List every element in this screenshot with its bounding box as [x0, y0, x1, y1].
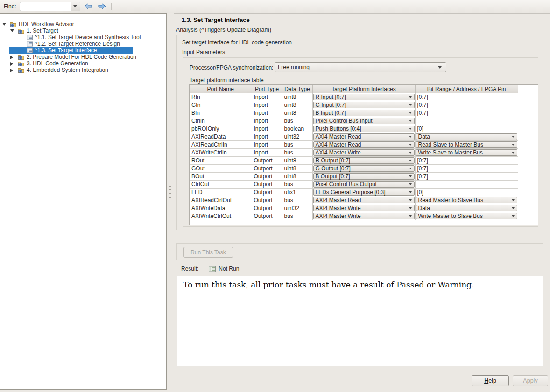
chevron-down-icon — [438, 66, 442, 69]
interface-dropdown[interactable]: AXI4 Master Write — [313, 213, 415, 219]
find-previous-button[interactable] — [83, 2, 94, 11]
data-type-cell: bus — [282, 196, 312, 204]
workflow-tree-panel: HDL Workflow Advisor 1. Set Target ^1.1.… — [0, 13, 167, 390]
tree-item[interactable]: HDL Workflow Advisor — [0, 21, 166, 28]
interface-dropdown[interactable]: Pixel Control Bus Input — [313, 118, 415, 124]
tree-item[interactable]: ^1.1. Set Target Device and Synthesis To… — [0, 34, 166, 41]
advisor-folder-icon — [18, 61, 24, 67]
port-name-cell: CtrlOut — [190, 181, 252, 189]
data-type-cell: boolean — [282, 125, 312, 133]
table-row: AXIReadCtrlOutOutportbusAXI4 Master Read… — [190, 196, 518, 204]
find-dropdown-button[interactable] — [71, 2, 80, 11]
tree-item-label: ^1.3. Set Target Interface — [35, 47, 97, 54]
port-type-cell: Outport — [252, 173, 282, 181]
table-body: RInInportuint8R Input [0:7][0:7]GInInpor… — [190, 93, 518, 220]
table-header-cell: Data Type — [282, 85, 312, 93]
interface-table: Port NamePort TypeData TypeTarget Platfo… — [190, 85, 518, 220]
port-name-cell: CtrlIn — [190, 117, 252, 125]
bit-range-dropdown[interactable]: Write Slave to Master Bus — [416, 149, 517, 156]
tree-expander-icon[interactable] — [2, 23, 6, 26]
chevron-down-icon — [512, 144, 515, 146]
tree-expander-icon[interactable] — [10, 62, 13, 66]
interface-dropdown[interactable]: R Output [0:7] — [313, 157, 415, 164]
data-type-cell: bus — [282, 149, 312, 157]
advisor-folder-icon — [18, 67, 24, 73]
table-header-row: Port NamePort TypeData TypeTarget Platfo… — [190, 85, 518, 93]
interface-dropdown[interactable]: B Input [0:7] — [313, 110, 415, 116]
sync-dropdown[interactable]: Free running — [275, 62, 446, 72]
task-icon — [27, 48, 33, 53]
bit-range-dropdown[interactable]: Read Master to Slave Bus — [416, 197, 517, 203]
find-combobox[interactable] — [20, 2, 80, 11]
port-type-cell: Inport — [252, 141, 282, 149]
interface-dropdown[interactable]: AXI4 Master Read — [313, 197, 415, 203]
task-icon — [27, 35, 33, 40]
interface-dropdown[interactable]: Push Buttons [0:4] — [313, 126, 415, 132]
chevron-down-icon — [512, 199, 515, 201]
interface-dropdown[interactable]: G Input [0:7] — [313, 102, 415, 108]
panel-splitter[interactable] — [167, 13, 174, 392]
interface-dropdown[interactable]: LEDs General Purpose [0:3] — [313, 189, 415, 196]
interface-dropdown[interactable]: AXI4 Master Write — [313, 149, 415, 156]
tree-item[interactable]: ^1.3. Set Target Interface — [0, 47, 166, 54]
interface-table-label: Target platform interface table — [190, 77, 264, 84]
interface-dropdown[interactable]: AXI4 Master Write — [313, 205, 415, 211]
tree-item[interactable]: ^1.2. Set Target Reference Design — [0, 41, 166, 47]
port-name-cell: BIn — [190, 109, 252, 117]
bit-range-dropdown[interactable]: Write Master to Slave Bus — [416, 213, 517, 219]
tree-item-label: HDL Workflow Advisor — [19, 21, 74, 28]
bit-range-dropdown[interactable]: Read Slave to Master Bus — [416, 141, 517, 148]
table-row: LEDOutportufix1LEDs General Purpose [0:3… — [190, 189, 518, 196]
tree-item[interactable]: 1. Set Target — [0, 28, 166, 34]
tree-item-label: 3. HDL Code Generation — [27, 60, 88, 67]
interface-dropdown[interactable]: G Output [0:7] — [313, 165, 415, 172]
port-name-cell: AXIWriteCtrlOut — [190, 212, 252, 220]
tree-expander-icon[interactable] — [10, 29, 14, 32]
interface-dropdown[interactable]: AXI4 Master Read — [313, 133, 415, 140]
bit-range-dropdown[interactable]: Data — [416, 133, 517, 140]
arrow-right-icon — [97, 2, 107, 11]
table-row: ROutOutportuint8R Output [0:7][0:7] — [190, 157, 518, 165]
task-group-box: Set target interface for HDL code genera… — [176, 35, 543, 230]
data-type-cell: uint8 — [282, 109, 312, 117]
interface-dropdown[interactable]: AXI4 Master Read — [313, 141, 415, 148]
tree-item[interactable]: 4. Embedded System Integration — [0, 67, 166, 73]
table-header-cell: Target Platform Interfaces — [312, 85, 415, 93]
chevron-down-icon — [409, 152, 412, 154]
tree-expander-icon[interactable] — [10, 69, 13, 72]
bit-range-dropdown[interactable]: Data — [416, 205, 517, 211]
run-this-task-button[interactable]: Run This Task — [183, 247, 233, 258]
find-next-button[interactable] — [96, 2, 107, 11]
data-type-cell: bus — [282, 117, 312, 125]
data-type-cell: uint8 — [282, 93, 312, 101]
port-name-cell: pbROIOnly — [190, 125, 252, 133]
toolbar-separator — [111, 3, 112, 10]
bit-range-cell: [0:7] — [417, 157, 428, 164]
chevron-down-icon — [409, 120, 412, 122]
bit-range-cell: [0] — [417, 126, 423, 132]
result-row: Result: Not Run — [181, 265, 239, 273]
tree-item[interactable]: 2. Prepare Model For HDL Code Generation — [0, 54, 166, 60]
table-row: RInInportuint8R Input [0:7][0:7] — [190, 93, 518, 101]
chevron-down-icon — [409, 112, 412, 114]
data-type-cell: uint32 — [282, 133, 312, 141]
port-type-cell: Outport — [252, 196, 282, 204]
table-row: BInInportuint8B Input [0:7][0:7] — [190, 109, 518, 117]
interface-dropdown[interactable]: Pixel Control Bus Output — [313, 181, 415, 188]
port-type-cell: Inport — [252, 109, 282, 117]
tree-item[interactable]: 3. HDL Code Generation — [0, 60, 166, 67]
task-panel: 1.3. Set Target Interface Analysis (^Tri… — [174, 13, 550, 392]
table-row: GOutOutportuint8G Output [0:7][0:7] — [190, 165, 518, 173]
interface-dropdown[interactable]: B Output [0:7] — [313, 173, 415, 180]
tree-expander-icon[interactable] — [10, 56, 13, 59]
port-type-cell: Outport — [252, 189, 282, 196]
data-type-cell: uint8 — [282, 165, 312, 173]
interface-table-container: Port NamePort TypeData TypeTarget Platfo… — [189, 84, 538, 225]
task-subtitle: Analysis (^Triggers Update Diagram) — [176, 27, 271, 33]
apply-button[interactable]: Apply — [513, 375, 548, 386]
interface-dropdown[interactable]: R Input [0:7] — [313, 94, 415, 100]
arrow-left-icon — [83, 2, 93, 11]
help-button[interactable]: Help — [472, 375, 509, 386]
find-input[interactable] — [20, 2, 71, 11]
chevron-down-icon — [409, 144, 412, 146]
